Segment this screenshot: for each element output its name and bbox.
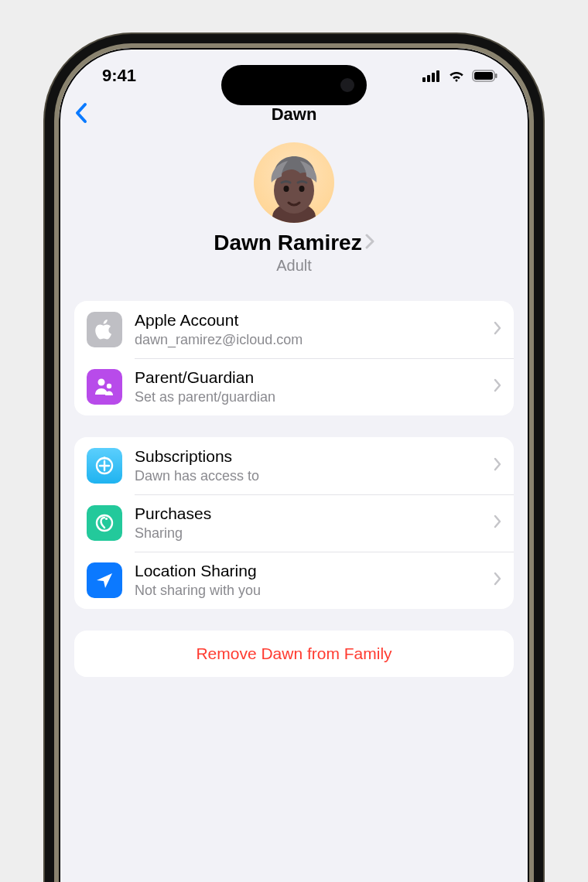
profile-name-button[interactable]: Dawn Ramirez xyxy=(214,231,374,255)
row-subtitle: Not sharing with you xyxy=(135,582,481,600)
row-title: Subscriptions xyxy=(135,446,481,467)
location-sharing-row[interactable]: Location Sharing Not sharing with you xyxy=(74,552,514,609)
location-icon xyxy=(87,562,122,598)
svg-point-10 xyxy=(299,186,305,192)
phone-frame: 9:41 xyxy=(54,43,534,882)
subscriptions-icon xyxy=(87,448,122,484)
apple-icon xyxy=(87,312,122,347)
status-time: 9:41 xyxy=(102,66,136,86)
family-icon xyxy=(87,369,122,405)
row-subtitle: Dawn has access to xyxy=(135,467,481,485)
svg-point-14 xyxy=(103,456,106,460)
row-title: Parent/Guardian xyxy=(135,368,481,388)
parent-guardian-row[interactable]: Parent/Guardian Set as parent/guardian xyxy=(74,358,514,415)
sharing-group: Subscriptions Dawn has access to Purchas… xyxy=(74,437,514,609)
svg-rect-6 xyxy=(495,74,497,78)
wifi-icon xyxy=(447,70,466,82)
chevron-right-icon xyxy=(365,234,374,252)
back-button[interactable] xyxy=(74,102,88,127)
remove-from-family-button[interactable]: Remove Dawn from Family xyxy=(74,631,514,677)
svg-rect-1 xyxy=(427,75,430,82)
chevron-right-icon xyxy=(494,572,501,589)
dynamic-island xyxy=(221,65,367,105)
row-subtitle: Set as parent/guardian xyxy=(135,388,481,406)
chevron-right-icon xyxy=(494,378,501,395)
row-title: Apple Account xyxy=(135,310,481,330)
purchases-row[interactable]: Purchases Sharing xyxy=(74,494,514,552)
page-title: Dawn xyxy=(272,104,317,125)
avatar xyxy=(254,142,334,223)
svg-point-11 xyxy=(98,379,105,386)
svg-rect-5 xyxy=(474,72,493,80)
chevron-right-icon xyxy=(494,457,501,474)
chevron-right-icon xyxy=(494,321,501,338)
account-group: Apple Account dawn_ramirez@icloud.com Pa… xyxy=(74,301,514,415)
row-title: Purchases xyxy=(135,504,481,524)
cellular-icon xyxy=(422,70,441,82)
svg-rect-2 xyxy=(432,73,435,82)
svg-rect-3 xyxy=(436,70,439,82)
row-subtitle: dawn_ramirez@icloud.com xyxy=(135,331,481,349)
subscriptions-row[interactable]: Subscriptions Dawn has access to xyxy=(74,437,514,494)
remove-label: Remove Dawn from Family xyxy=(196,644,391,662)
profile-name: Dawn Ramirez xyxy=(214,231,361,255)
battery-icon xyxy=(472,70,498,82)
apple-account-row[interactable]: Apple Account dawn_ramirez@icloud.com xyxy=(74,301,514,358)
memoji-icon xyxy=(254,142,334,223)
svg-point-9 xyxy=(284,186,289,192)
profile-role: Adult xyxy=(59,257,529,275)
status-right xyxy=(422,70,498,82)
purchases-icon xyxy=(87,505,122,541)
svg-point-12 xyxy=(107,384,111,388)
svg-point-18 xyxy=(105,518,108,520)
svg-rect-0 xyxy=(422,77,426,82)
chevron-right-icon xyxy=(494,514,501,532)
profile-header: Dawn Ramirez Adult xyxy=(59,136,529,301)
row-subtitle: Sharing xyxy=(135,525,481,542)
row-title: Location Sharing xyxy=(135,561,481,581)
